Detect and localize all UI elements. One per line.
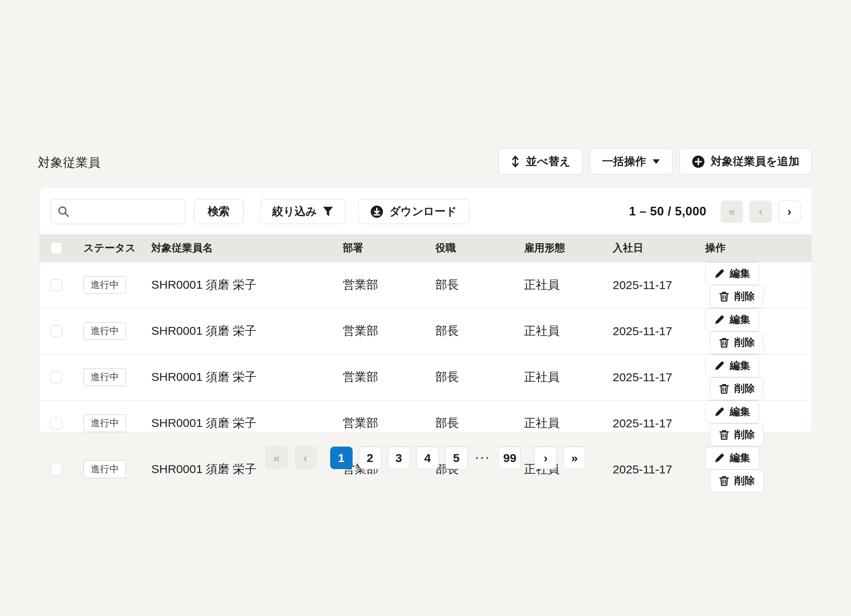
row-checkbox[interactable] (50, 371, 62, 383)
delete-button[interactable]: 削除 (710, 377, 764, 400)
header-actions: 並べ替え 一括操作 対象従業員を追加 (498, 148, 812, 174)
department-cell: 営業部 (343, 354, 435, 400)
list-toolbar: 検索 絞り込み ダウンロード 1 – 50 / 5,000 « ‹ › (39, 188, 812, 234)
sort-updown-icon (511, 155, 520, 168)
status-badge: 進行中 (84, 368, 126, 386)
delete-button-label: 削除 (734, 382, 755, 395)
employee-name-cell: SHR0001 須磨 栄子 (146, 308, 343, 354)
employee-name-cell: SHR0001 須磨 栄子 (146, 262, 343, 308)
page-button-1[interactable]: 1 (330, 447, 353, 469)
page-title: 対象従業員 (38, 154, 101, 171)
department-cell: 営業部 (343, 308, 435, 354)
trash-icon (719, 383, 729, 394)
status-badge: 進行中 (84, 414, 126, 432)
next-page-button[interactable]: › (534, 447, 557, 469)
page-button-99[interactable]: 99 (498, 447, 521, 469)
plus-circle-icon (692, 155, 705, 168)
position-cell: 部長 (435, 354, 524, 400)
bulk-actions-button[interactable]: 一括操作 (590, 148, 673, 174)
table-header-row: ステータス 対象従業員名 部署 役職 雇用形態 入社日 操作 (39, 234, 812, 262)
edit-button[interactable]: 編集 (705, 262, 759, 285)
edit-button[interactable]: 編集 (705, 308, 759, 331)
column-header-name: 対象従業員名 (146, 234, 343, 262)
department-cell: 営業部 (343, 262, 435, 308)
last-page-button[interactable]: » (563, 447, 585, 469)
employee-name-cell: SHR0001 須磨 栄子 (146, 400, 343, 446)
filter-button[interactable]: 絞り込み (260, 199, 346, 224)
page-button-2[interactable]: 2 (359, 447, 381, 469)
table-row: 進行中 SHR0001 須磨 栄子 営業部 部長 正社員 2025-11-17 … (39, 308, 812, 354)
pencil-icon (714, 269, 725, 279)
employee-list-card: 検索 絞り込み ダウンロード 1 – 50 / 5,000 « ‹ › (39, 188, 812, 432)
edit-button-label: 編集 (730, 313, 750, 327)
delete-button[interactable]: 削除 (710, 469, 764, 492)
delete-button[interactable]: 削除 (710, 423, 764, 446)
chevron-down-icon (652, 159, 660, 165)
delete-button-label: 削除 (734, 474, 755, 488)
hire-date-cell: 2025-11-17 (613, 262, 705, 308)
edit-button-label: 編集 (730, 359, 750, 373)
delete-button-label: 削除 (734, 428, 755, 442)
position-cell: 部長 (435, 400, 524, 446)
table-row: 進行中 SHR0001 須磨 栄子 営業部 部長 正社員 2025-11-17 … (39, 262, 812, 308)
column-header-department: 部署 (343, 234, 435, 262)
filter-button-label: 絞り込み (272, 204, 317, 219)
add-employee-button[interactable]: 対象従業員を追加 (680, 148, 812, 174)
position-cell: 部長 (435, 262, 524, 308)
select-all-checkbox[interactable] (50, 242, 62, 254)
employee-name-cell: SHR0001 須磨 栄子 (146, 354, 343, 400)
add-employee-label: 対象従業員を追加 (711, 154, 799, 169)
delete-button-label: 削除 (734, 289, 755, 303)
column-header-employment: 雇用形態 (524, 234, 613, 262)
result-range-label: 1 – 50 / 5,000 (629, 204, 706, 219)
sort-button-label: 並べ替え (526, 154, 570, 169)
edit-button[interactable]: 編集 (705, 401, 759, 423)
edit-button-label: 編集 (730, 267, 750, 280)
status-badge: 進行中 (84, 276, 126, 294)
search-field-wrap (50, 199, 185, 224)
edit-button-label: 編集 (730, 405, 750, 419)
prev-page-button[interactable]: ‹ (749, 200, 772, 223)
first-page-button[interactable]: « (266, 447, 288, 469)
employment-cell: 正社員 (524, 354, 613, 400)
next-page-button[interactable]: › (778, 200, 801, 223)
search-icon (58, 206, 69, 217)
hire-date-cell: 2025-11-17 (613, 308, 705, 354)
search-input[interactable] (50, 199, 185, 224)
pagination-ellipsis: ··· (474, 451, 492, 465)
funnel-icon (323, 206, 333, 217)
trash-icon (719, 291, 729, 302)
delete-button[interactable]: 削除 (710, 285, 764, 308)
page-button-3[interactable]: 3 (388, 447, 410, 469)
row-checkbox[interactable] (50, 279, 62, 291)
edit-button[interactable]: 編集 (705, 354, 759, 377)
delete-button-label: 削除 (734, 336, 755, 349)
sort-button[interactable]: 並べ替え (498, 148, 583, 174)
trash-icon (719, 337, 729, 348)
position-cell: 部長 (435, 308, 524, 354)
search-button[interactable]: 検索 (194, 199, 243, 224)
department-cell: 営業部 (343, 400, 435, 446)
table-row: 進行中 SHR0001 須磨 栄子 営業部 部長 正社員 2025-11-17 … (39, 400, 812, 446)
employment-cell: 正社員 (524, 400, 613, 446)
column-header-status: ステータス (72, 234, 146, 262)
bottom-pagination: « ‹ 1 2 3 4 5 ··· 99 › » (0, 447, 851, 469)
download-circle-icon (370, 205, 383, 218)
trash-icon (719, 429, 729, 440)
employment-cell: 正社員 (524, 308, 613, 354)
bulk-actions-label: 一括操作 (602, 154, 646, 169)
prev-page-button[interactable]: ‹ (294, 447, 317, 469)
hire-date-cell: 2025-11-17 (613, 354, 705, 400)
row-checkbox[interactable] (50, 417, 62, 429)
first-page-button[interactable]: « (721, 200, 743, 223)
delete-button[interactable]: 削除 (710, 331, 764, 354)
column-header-hire-date: 入社日 (613, 234, 705, 262)
column-header-actions: 操作 (705, 234, 812, 262)
pencil-icon (714, 315, 725, 325)
hire-date-cell: 2025-11-17 (613, 400, 705, 446)
table-row: 進行中 SHR0001 須磨 栄子 営業部 部長 正社員 2025-11-17 … (39, 354, 812, 400)
page-button-4[interactable]: 4 (416, 447, 439, 469)
download-button[interactable]: ダウンロード (358, 199, 469, 224)
row-checkbox[interactable] (50, 325, 62, 337)
page-button-5[interactable]: 5 (445, 447, 468, 469)
